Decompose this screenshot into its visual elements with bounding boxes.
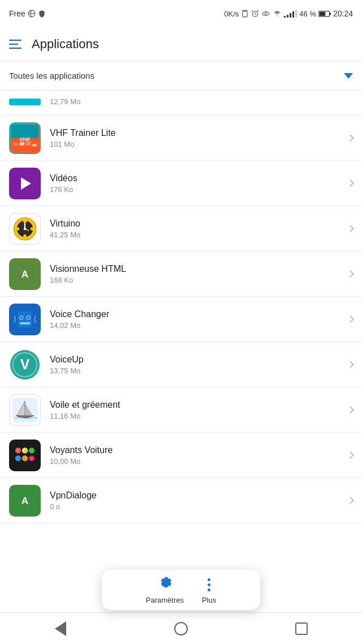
app-info: VHF Trainer Lite 101 Mo xyxy=(50,128,348,148)
plus-label: Plus xyxy=(202,596,216,604)
svg-marker-17 xyxy=(21,177,31,190)
list-item[interactable]: Voile et gréement 11,16 Mo xyxy=(0,387,362,433)
filter-label: Toutes les applications xyxy=(9,71,94,80)
chevron-right-icon xyxy=(347,497,354,504)
app-info: VpnDialoge 0 o xyxy=(50,491,348,511)
time-label: 20:24 xyxy=(333,9,353,18)
chevron-right-icon xyxy=(347,451,354,459)
app-info: Voice Changer 14,02 Mo xyxy=(50,309,348,330)
list-item[interactable]: Vidéos 176 Ko xyxy=(0,161,362,206)
parametres-button[interactable]: Paramètres xyxy=(146,575,184,604)
app-icon-virtuino xyxy=(9,213,41,245)
nav-bar xyxy=(0,612,362,644)
list-item[interactable]: A VpnDialoge 0 o xyxy=(0,478,362,523)
svg-rect-13 xyxy=(13,143,18,145)
app-name: Voice Changer xyxy=(50,309,348,319)
plus-button[interactable]: Plus xyxy=(202,576,216,604)
app-info: Voile et gréement 11,16 Mo xyxy=(50,400,348,420)
app-info: Visionneuse HTML 168 Ko xyxy=(50,264,348,284)
svg-rect-7 xyxy=(319,12,325,16)
list-item[interactable]: V VoiceUp 13,75 Mo xyxy=(0,342,362,387)
alarm-icon xyxy=(251,10,259,18)
voyants-icon-svg: ! 🔋 T xyxy=(11,442,38,469)
app-info: Voyants Voiture 10,00 Mo xyxy=(50,445,348,466)
svg-point-24 xyxy=(31,227,33,230)
app-name: VoiceUp xyxy=(50,355,348,365)
filter-row[interactable]: Toutes les applications xyxy=(0,61,362,91)
hamburger-menu-icon[interactable] xyxy=(9,40,21,49)
app-icon-voiceup: V xyxy=(9,349,41,381)
vpn-icon xyxy=(28,10,36,18)
svg-point-22 xyxy=(23,234,26,237)
app-name: Voile et gréement xyxy=(50,400,348,410)
list-item[interactable]: Voice Changer 14,02 Mo xyxy=(0,297,362,342)
svg-point-23 xyxy=(16,227,19,230)
battery-percent: 46 % xyxy=(299,10,316,18)
home-button[interactable] xyxy=(158,617,204,640)
network-speed: 0K/s xyxy=(224,10,239,18)
app-icon-voyants: ! 🔋 T xyxy=(9,440,41,471)
app-size: 168 Ko xyxy=(50,276,348,284)
partial-app-size: 12,79 Mo xyxy=(50,97,80,106)
app-size: 101 Mo xyxy=(50,140,348,148)
svg-point-47 xyxy=(29,447,35,453)
svg-point-48 xyxy=(15,455,21,461)
signal-bars xyxy=(284,10,297,18)
svg-point-35 xyxy=(28,317,29,318)
wifi-icon xyxy=(273,10,282,18)
app-info: Virtuino 41,25 Mo xyxy=(50,219,348,239)
list-item[interactable]: VHF VHF Trainer Lite 101 Mo xyxy=(0,116,362,161)
chevron-right-icon xyxy=(347,361,354,368)
header: Applications xyxy=(0,27,362,61)
svg-point-5 xyxy=(277,16,278,16)
back-icon xyxy=(55,621,66,636)
svg-point-27 xyxy=(24,227,26,229)
parametres-label: Paramètres xyxy=(146,596,184,604)
svg-text:A: A xyxy=(21,495,29,506)
battery-icon xyxy=(318,10,331,18)
app-size: 11,16 Mo xyxy=(50,412,348,420)
app-name: VpnDialoge xyxy=(50,491,348,501)
svg-text:A: A xyxy=(21,268,29,280)
list-item[interactable]: Virtuino 41,25 Mo xyxy=(0,206,362,251)
recent-button[interactable] xyxy=(279,617,324,640)
svg-rect-8 xyxy=(329,12,331,15)
status-bar: Free 0K/s 46 % 20:24 xyxy=(0,0,362,27)
svg-text:🔋: 🔋 xyxy=(23,449,28,453)
app-icon-vhf: VHF xyxy=(9,122,41,154)
chevron-right-icon xyxy=(347,315,354,323)
app-info: Vidéos 176 Ko xyxy=(50,173,348,194)
list-item[interactable]: A Visionneuse HTML 168 Ko xyxy=(0,251,362,297)
home-icon xyxy=(174,622,188,636)
visionneuse-icon-svg: A xyxy=(12,262,37,287)
svg-rect-1 xyxy=(243,10,247,17)
dropdown-arrow-icon[interactable] xyxy=(344,73,353,79)
back-button[interactable] xyxy=(38,617,83,640)
recent-icon xyxy=(295,622,308,635)
svg-point-3 xyxy=(262,12,269,16)
status-right: 0K/s 46 % 20:24 xyxy=(224,9,353,18)
partial-app-icon xyxy=(9,99,41,105)
app-name: Voyants Voiture xyxy=(50,445,348,455)
voile-icon-svg xyxy=(12,398,37,423)
chevron-right-icon xyxy=(347,180,354,187)
svg-point-21 xyxy=(23,220,26,223)
eye-icon xyxy=(261,10,270,18)
chevron-right-icon xyxy=(347,225,354,232)
app-icon-videos xyxy=(9,168,41,199)
svg-rect-14 xyxy=(20,142,25,145)
voiceup-icon-svg: V xyxy=(10,349,40,380)
shield-icon xyxy=(38,10,46,18)
app-info: VoiceUp 13,75 Mo xyxy=(50,355,348,375)
page-title: Applications xyxy=(32,37,99,52)
svg-rect-36 xyxy=(20,322,31,324)
app-icon-visionneuse: A xyxy=(9,258,41,290)
three-dots-icon xyxy=(205,576,213,594)
vhf-icon-svg: VHF xyxy=(11,125,38,152)
chevron-right-icon xyxy=(347,134,354,142)
svg-point-4 xyxy=(265,12,268,15)
app-name: Virtuino xyxy=(50,219,348,229)
list-item[interactable]: ! 🔋 T Voyants Voiture 10,00 Mo xyxy=(0,433,362,478)
gear-settings-icon xyxy=(156,575,174,594)
app-item-partial: 12,79 Mo xyxy=(0,91,362,116)
